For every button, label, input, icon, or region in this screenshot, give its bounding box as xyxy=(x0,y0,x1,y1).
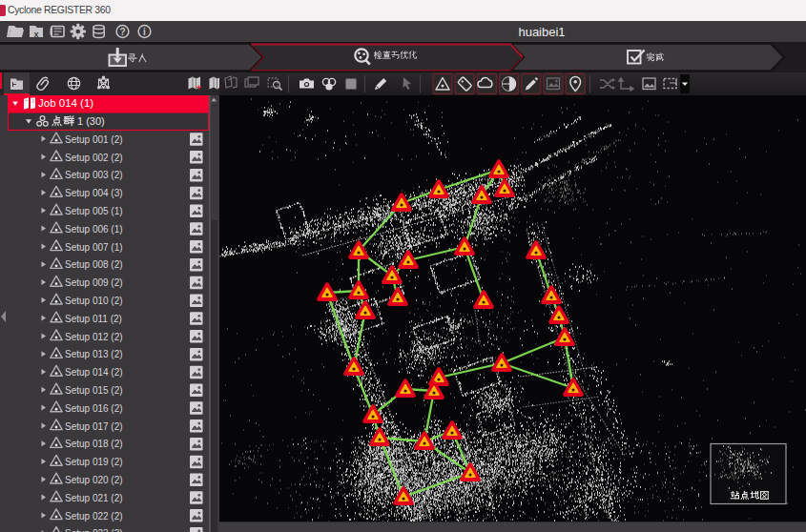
svg-text:Setup 013 (2): Setup 013 (2) xyxy=(65,349,123,359)
svg-text:Setup 016 (2): Setup 016 (2) xyxy=(65,403,123,414)
svg-text:Setup 015 (2): Setup 015 (2) xyxy=(65,385,123,396)
svg-text:Setup 023 (2): Setup 023 (2) xyxy=(65,528,123,532)
svg-text:Setup 007 (1): Setup 007 (1) xyxy=(65,242,123,253)
svg-text:Setup 003 (2): Setup 003 (2) xyxy=(65,170,123,180)
svg-text:Setup 022 (2): Setup 022 (2) xyxy=(65,511,123,522)
svg-text:Job 014 (1): Job 014 (1) xyxy=(38,97,93,109)
svg-text:Setup 002 (2): Setup 002 (2) xyxy=(65,153,123,163)
svg-text:Setup 004 (3): Setup 004 (3) xyxy=(65,188,123,198)
svg-text:Setup 009 (2): Setup 009 (2) xyxy=(65,277,123,288)
svg-text:Setup 012 (2): Setup 012 (2) xyxy=(65,332,123,342)
svg-text:Setup 005 (1): Setup 005 (1) xyxy=(65,206,123,216)
svg-text:Setup 018 (2): Setup 018 (2) xyxy=(65,439,123,449)
svg-text:Setup 011 (2): Setup 011 (2) xyxy=(65,314,122,324)
svg-text:Setup 017 (2): Setup 017 (2) xyxy=(65,421,123,432)
svg-text:Setup 010 (2): Setup 010 (2) xyxy=(65,296,123,306)
svg-text:Setup 006 (1): Setup 006 (1) xyxy=(65,224,123,235)
svg-text:Setup 001 (2): Setup 001 (2) xyxy=(65,134,123,145)
svg-text:Setup 019 (2): Setup 019 (2) xyxy=(65,457,123,467)
svg-text:Setup 014 (2): Setup 014 (2) xyxy=(65,367,123,378)
svg-text:1 (30): 1 (30) xyxy=(77,115,105,127)
svg-text:Setup 020 (2): Setup 020 (2) xyxy=(65,475,123,485)
svg-text:Setup 021 (2): Setup 021 (2) xyxy=(65,493,123,503)
svg-text:Setup 008 (2): Setup 008 (2) xyxy=(65,259,123,270)
svg-text:+: + xyxy=(196,83,201,92)
